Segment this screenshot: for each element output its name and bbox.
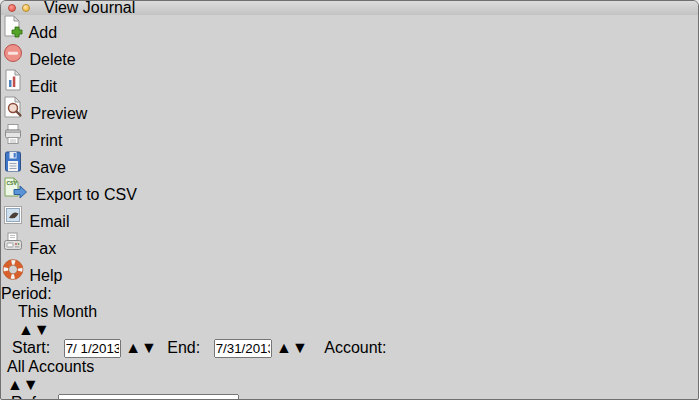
- fax-button[interactable]: Fax: [1, 231, 698, 258]
- life-ring-help-icon: [1, 267, 25, 284]
- help-button[interactable]: Help: [1, 258, 698, 285]
- popup-arrows-icon: ▲▼: [7, 376, 39, 393]
- filter-bar: Period: This Month ▲▼ Start: ▲▼ End: ▲▼ …: [1, 285, 698, 400]
- toolbar-label: Email: [29, 213, 69, 230]
- fax-machine-icon: [1, 240, 25, 257]
- period-value: This Month: [18, 303, 97, 320]
- svg-text:CSV: CSV: [7, 180, 18, 186]
- export-to-csv-button[interactable]: CSV Export to CSV: [1, 177, 698, 204]
- close-button[interactable]: [8, 4, 16, 12]
- save-button[interactable]: Save: [1, 150, 698, 177]
- period-label: Period:: [1, 285, 52, 302]
- ref-input[interactable]: [58, 394, 239, 400]
- printer-icon: [1, 132, 25, 149]
- title-bar: View Journal: [1, 1, 698, 15]
- minimize-button[interactable]: [22, 4, 30, 12]
- edit-document-icon: [1, 78, 25, 95]
- floppy-disk-icon: [1, 159, 25, 176]
- account-label: Account:: [324, 339, 386, 356]
- popup-arrows-icon: ▲▼: [18, 321, 50, 338]
- ref-label: Ref:: [11, 394, 40, 400]
- edit-button[interactable]: Edit: [1, 69, 698, 96]
- add-document-icon: [1, 24, 25, 41]
- toolbar: Add Delete Edit Preview: [1, 15, 698, 285]
- toolbar-label: Print: [29, 132, 62, 149]
- toolbar-label: Add: [29, 24, 57, 41]
- toolbar-label: Export to CSV: [35, 186, 136, 203]
- add-button[interactable]: Add: [1, 15, 698, 42]
- toolbar-label: Delete: [29, 51, 75, 68]
- email-stamp-icon: [1, 213, 25, 230]
- print-button[interactable]: Print: [1, 123, 698, 150]
- view-journal-window: View Journal Add Delete Edit: [0, 0, 699, 400]
- end-label: End:: [167, 339, 200, 356]
- end-date-stepper[interactable]: ▲▼: [276, 339, 308, 356]
- window-title: View Journal: [44, 0, 135, 17]
- toolbar-label: Fax: [29, 240, 56, 257]
- delete-minus-icon: [1, 51, 25, 68]
- account-dropdown[interactable]: All Accounts ▲▼: [7, 358, 111, 394]
- account-value: All Accounts: [7, 358, 94, 375]
- start-date-field[interactable]: [64, 339, 121, 358]
- zoom-button[interactable]: [36, 4, 44, 12]
- start-label: Start:: [12, 339, 50, 356]
- preview-magnifier-icon: [1, 105, 26, 122]
- export-csv-arrow-icon: CSV: [1, 186, 31, 203]
- start-date-stepper[interactable]: ▲▼: [125, 339, 157, 356]
- toolbar-label: Help: [29, 267, 62, 284]
- preview-button[interactable]: Preview: [1, 96, 698, 123]
- toolbar-label: Edit: [29, 78, 57, 95]
- end-date-field[interactable]: [214, 339, 272, 358]
- email-button[interactable]: Email: [1, 204, 698, 231]
- toolbar-label: Save: [29, 159, 65, 176]
- period-dropdown[interactable]: This Month ▲▼: [18, 303, 104, 339]
- delete-button[interactable]: Delete: [1, 42, 698, 69]
- toolbar-label: Preview: [30, 105, 87, 122]
